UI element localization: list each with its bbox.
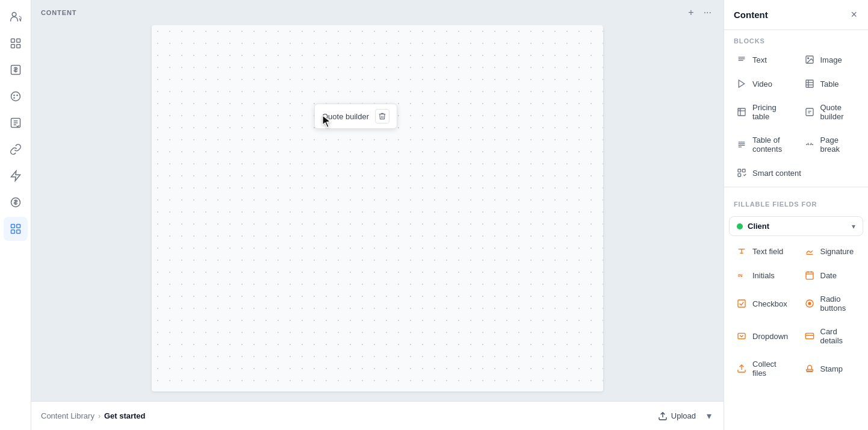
svg-rect-55: [738, 333, 745, 338]
quote-builder-block-label: Quote builder: [820, 103, 857, 121]
svg-rect-52: [738, 300, 745, 307]
upload-chevron[interactable]: ▾: [704, 408, 714, 424]
bottom-bar: Content Library › Get started Upload ▾: [31, 401, 724, 430]
right-panel-title: Content: [734, 10, 768, 20]
checkbox-field-label: Checkbox: [752, 299, 787, 308]
svg-rect-24: [806, 80, 813, 87]
upload-actions: Upload ▾: [652, 408, 714, 425]
svg-rect-48: [806, 272, 813, 279]
svg-rect-1: [11, 39, 14, 43]
collect-files-field-item[interactable]: Collect files: [729, 353, 796, 384]
collect-files-field-icon: [736, 364, 748, 373]
pricing-table-block-item[interactable]: $ Pricing table: [729, 96, 796, 128]
svg-rect-15: [11, 230, 14, 234]
grid-sidebar-icon[interactable]: [4, 217, 28, 241]
radio-buttons-field-icon: [804, 299, 816, 308]
initials-field-item[interactable]: IN Initials: [729, 264, 796, 287]
collect-files-field-label: Collect files: [752, 360, 789, 378]
quote-builder-block-icon: [804, 107, 816, 117]
signature-field-item[interactable]: Signature: [797, 240, 864, 263]
svg-rect-13: [11, 225, 14, 228]
doc-inner: Quote builder: [152, 25, 603, 391]
content-header: CONTENT + ···: [31, 0, 724, 25]
svg-rect-56: [805, 333, 813, 338]
add-content-button[interactable]: +: [686, 5, 696, 20]
link-sidebar-icon[interactable]: [4, 137, 28, 161]
page-break-block-icon: [804, 140, 816, 149]
smart-content-block-label: Smart content: [752, 169, 801, 178]
pricing-table-block-label: Pricing table: [752, 103, 789, 121]
video-block-item[interactable]: Video: [729, 72, 796, 95]
dropdown-field-icon: [736, 331, 748, 341]
apps-sidebar-icon[interactable]: [4, 31, 28, 55]
right-panel: Content × BLOCKS Text Image: [724, 0, 868, 430]
svg-rect-14: [16, 225, 20, 228]
svg-rect-41: [742, 169, 745, 172]
breadcrumb-separator: ›: [98, 412, 101, 420]
money-sidebar-icon[interactable]: [4, 190, 28, 214]
video-block-label: Video: [752, 79, 772, 89]
text-field-item[interactable]: Text field: [729, 240, 796, 263]
quote-builder-popup: Quote builder: [314, 104, 397, 129]
card-details-field-icon: [804, 331, 816, 341]
stamp-field-label: Stamp: [820, 364, 843, 373]
signature-field-icon: [804, 246, 816, 256]
date-field-item[interactable]: Date: [797, 264, 864, 287]
dropdown-field-label: Dropdown: [752, 332, 788, 341]
svg-rect-32: [806, 108, 813, 116]
table-block-label: Table: [820, 79, 839, 89]
upload-label: Upload: [671, 411, 696, 420]
client-label: Client: [737, 222, 769, 231]
quote-builder-delete-button[interactable]: [375, 109, 389, 123]
right-panel-header: Content ×: [724, 0, 868, 30]
table-block-icon: [804, 79, 816, 89]
svg-text:IN: IN: [738, 273, 742, 278]
smart-content-block-item[interactable]: Smart content: [729, 161, 863, 184]
client-dropdown[interactable]: Client ▾: [729, 216, 863, 236]
users-sidebar-icon[interactable]: [4, 5, 28, 29]
text-field-label: Text field: [752, 247, 783, 256]
signature-field-label: Signature: [820, 247, 854, 256]
upload-button[interactable]: Upload: [652, 408, 702, 425]
card-details-field-item[interactable]: Card details: [797, 320, 864, 352]
quote-builder-label: Quote builder: [322, 112, 369, 121]
blocks-section-label: BLOCKS: [724, 30, 868, 48]
stamp-field-item[interactable]: Stamp: [797, 353, 864, 384]
table-of-contents-block-item[interactable]: Table of contents: [729, 129, 796, 160]
svg-marker-23: [739, 80, 744, 87]
checkbox-field-icon: [736, 299, 748, 308]
content-header-actions: + ···: [686, 5, 714, 20]
form-sidebar-icon[interactable]: [4, 111, 28, 135]
svg-marker-11: [11, 171, 20, 181]
svg-point-9: [13, 97, 15, 99]
svg-point-22: [807, 58, 808, 59]
dollar-sidebar-icon[interactable]: [4, 58, 28, 82]
document-canvas: Quote builder: [152, 25, 603, 391]
svg-point-6: [11, 92, 20, 101]
date-field-label: Date: [820, 271, 837, 280]
smart-content-block-icon: [736, 168, 748, 178]
fields-grid: Text field Signature IN Initials: [724, 240, 868, 389]
quote-builder-block-item[interactable]: Quote builder: [797, 96, 864, 128]
table-of-contents-block-icon: [736, 140, 748, 149]
bolt-sidebar-icon[interactable]: [4, 164, 28, 188]
close-panel-button[interactable]: ×: [849, 7, 858, 22]
dropdown-field-item[interactable]: Dropdown: [729, 320, 796, 352]
text-block-item[interactable]: Text: [729, 48, 796, 71]
pricing-table-block-icon: $: [736, 107, 748, 117]
page-break-block-label: Page break: [820, 136, 857, 154]
breadcrumb-parent[interactable]: Content Library: [41, 411, 95, 420]
canvas-wrapper: Quote builder: [31, 25, 724, 401]
svg-rect-2: [16, 39, 20, 43]
table-block-item[interactable]: Table: [797, 72, 864, 95]
breadcrumb: Content Library › Get started: [41, 411, 146, 420]
more-options-button[interactable]: ···: [701, 5, 714, 20]
checkbox-field-item[interactable]: Checkbox: [729, 288, 796, 319]
page-break-block-item[interactable]: Page break: [797, 129, 864, 160]
client-dropdown-chevron: ▾: [852, 222, 855, 231]
palette-sidebar-icon[interactable]: [4, 84, 28, 108]
image-block-item[interactable]: Image: [797, 48, 864, 71]
main-area: CONTENT + ··· Quote builder: [31, 0, 724, 430]
radio-buttons-field-item[interactable]: Radio buttons: [797, 288, 864, 319]
client-status-dot: [737, 223, 743, 229]
